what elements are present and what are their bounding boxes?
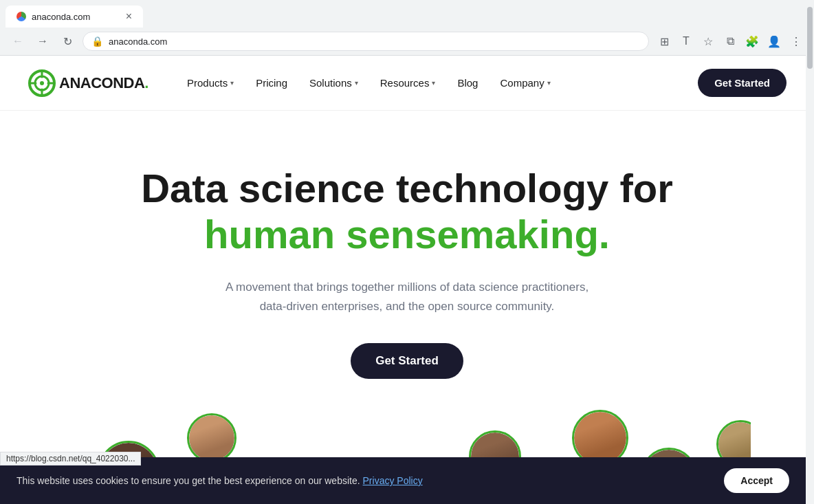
star-icon[interactable]: ☆ (698, 32, 718, 51)
forward-button[interactable]: → (33, 32, 52, 51)
nav-solutions[interactable]: Solutions ▾ (298, 70, 369, 96)
chevron-down-icon: ▾ (230, 79, 234, 87)
chevron-down-icon: ▾ (547, 79, 551, 87)
browser-toolbar-icons: ⊞ T ☆ ⧉ 🧩 👤 ⋮ (654, 32, 806, 51)
svg-point-2 (40, 81, 44, 85)
tab-favicon (16, 12, 26, 21)
logo-text: ANACONDA. (59, 74, 148, 92)
logo-icon (28, 69, 56, 98)
privacy-policy-link[interactable]: Privacy Policy (363, 475, 423, 486)
browser-toolbar: ← → ↻ 🔒 anaconda.com ⊞ T ☆ ⧉ 🧩 👤 ⋮ (0, 28, 814, 55)
cookie-message: This website uses cookies to ensure you … (16, 475, 716, 486)
status-bar: https://blog.csdn.net/qq_4022030... (0, 452, 141, 465)
nav-blog[interactable]: Blog (446, 70, 489, 96)
hero-get-started-button[interactable]: Get Started (351, 343, 463, 379)
avatar-face (189, 415, 234, 461)
extensions-icon[interactable]: ⧉ (720, 32, 740, 51)
logo[interactable]: ANACONDA. (28, 69, 148, 98)
address-bar[interactable]: 🔒 anaconda.com (82, 32, 649, 51)
scrollbar-thumb[interactable] (807, 7, 813, 69)
navbar: ANACONDA. Products ▾ Pricing Solutions ▾… (0, 56, 814, 111)
browser-tabs: anaconda.com × (0, 0, 814, 28)
profile-icon[interactable]: 👤 (764, 32, 784, 51)
hero-subtitle: A movement that brings together millions… (201, 278, 613, 315)
hero-section: Data science technology for human sensem… (98, 111, 716, 406)
puzzle-icon[interactable]: 🧩 (742, 32, 762, 51)
nav-products[interactable]: Products ▾ (176, 70, 245, 96)
hero-title-line2: human sensemaking. (125, 212, 689, 258)
scrollbar[interactable] (806, 0, 814, 504)
navbar-nav: Products ▾ Pricing Solutions ▾ Resources… (176, 70, 698, 96)
hero-title-line1: Data science technology for (125, 166, 689, 212)
nav-resources[interactable]: Resources ▾ (369, 70, 447, 96)
nav-pricing[interactable]: Pricing (245, 70, 298, 96)
website-content: ANACONDA. Products ▾ Pricing Solutions ▾… (0, 56, 814, 504)
reload-button[interactable]: ↻ (58, 32, 77, 51)
lock-icon: 🔒 (91, 36, 103, 47)
accept-cookies-button[interactable]: Accept (724, 468, 789, 493)
avatar-face (574, 412, 626, 464)
tab-close-button[interactable]: × (126, 11, 132, 22)
translate-icon[interactable]: T (676, 32, 696, 51)
nav-company[interactable]: Company ▾ (489, 70, 561, 96)
browser-chrome: anaconda.com × ← → ↻ 🔒 anaconda.com ⊞ T … (0, 0, 814, 56)
browser-tab-active[interactable]: anaconda.com × (6, 6, 143, 28)
apps-icon[interactable]: ⊞ (654, 32, 674, 51)
navbar-get-started-button[interactable]: Get Started (698, 69, 786, 97)
tab-title: anaconda.com (32, 12, 90, 22)
logo-dot: . (144, 74, 148, 91)
chevron-down-icon: ▾ (432, 79, 435, 87)
chevron-down-icon: ▾ (355, 79, 358, 87)
address-text: anaconda.com (109, 36, 640, 47)
menu-icon[interactable]: ⋮ (786, 32, 806, 51)
avatar-bubble (187, 413, 236, 463)
back-button[interactable]: ← (8, 32, 28, 51)
